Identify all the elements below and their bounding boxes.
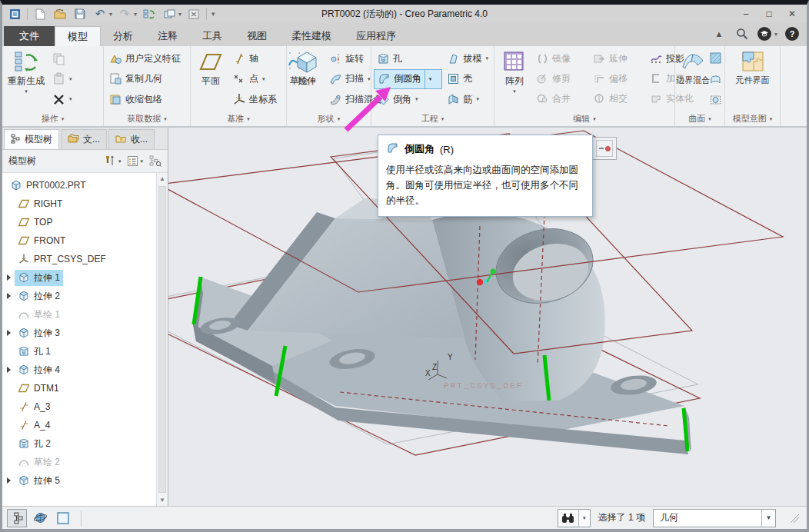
- pattern-dropdown-icon[interactable]: ▾: [513, 88, 516, 95]
- tree-item[interactable]: 孔 1: [2, 342, 156, 361]
- show-all-button[interactable]: [53, 509, 73, 527]
- undo-dropdown-icon[interactable]: ▾: [109, 11, 112, 18]
- resize-grip[interactable]: [790, 514, 799, 523]
- tree-item[interactable]: DTM1: [2, 379, 156, 397]
- tab-7[interactable]: 应用程序: [344, 26, 408, 46]
- search-icon[interactable]: [734, 26, 750, 42]
- round-button[interactable]: 倒圆角 ▾: [374, 69, 442, 89]
- shrinkwrap-button[interactable]: 收缩包络: [106, 89, 188, 109]
- toolbar-overflow-icon[interactable]: ▾: [211, 10, 215, 18]
- udf-button[interactable]: 用户定义特征: [106, 48, 188, 68]
- tree-scrollbar[interactable]: ▲ ▼: [156, 173, 168, 506]
- group-label-edit[interactable]: 编辑▾: [494, 111, 674, 126]
- learning-center-icon[interactable]: [757, 27, 771, 41]
- rib-button[interactable]: 筋▾: [444, 89, 491, 109]
- trim-button[interactable]: 修剪: [534, 69, 591, 89]
- scroll-down-icon[interactable]: ▼: [157, 494, 168, 506]
- open-file-button[interactable]: [52, 7, 68, 21]
- tree-item[interactable]: 拉伸 3: [2, 324, 156, 342]
- extrude-button[interactable]: 拉伸: [289, 48, 325, 110]
- tab-file[interactable]: 文件: [4, 26, 55, 46]
- undo-button[interactable]: ↶: [92, 7, 108, 21]
- delete-button[interactable]: ▾: [49, 89, 89, 109]
- new-file-button[interactable]: [32, 7, 48, 21]
- expand-arrow-icon[interactable]: [2, 293, 15, 299]
- tree-item[interactable]: PRT_CSYS_DEF: [2, 250, 156, 268]
- toggle-model-tree-button[interactable]: [7, 509, 27, 527]
- group-label-model-intent[interactable]: 模型意图▾: [725, 111, 780, 126]
- tab-favorites[interactable]: 收...: [108, 129, 155, 149]
- group-label-operations[interactable]: 操作▾: [2, 111, 103, 126]
- tree-item[interactable]: 拉伸 1: [2, 268, 156, 287]
- tab-2[interactable]: 分析: [101, 26, 145, 46]
- find-button[interactable]: ▾: [558, 509, 591, 527]
- find-dropdown-icon[interactable]: ▾: [578, 510, 590, 527]
- component-interface-button[interactable]: 元件界面: [733, 48, 773, 110]
- help-icon[interactable]: ?: [785, 27, 799, 41]
- close-button[interactable]: ✕: [782, 7, 802, 21]
- graphics-area[interactable]: Y Z X PRT_CSYS_DEF 倒圆角 (R): [168, 128, 807, 506]
- app-logo-icon[interactable]: [7, 7, 22, 21]
- mirror-button[interactable]: 镜像: [534, 49, 591, 69]
- group-label-get-data[interactable]: 获取数据▾: [104, 111, 190, 126]
- window-switch-dropdown-icon[interactable]: ▾: [178, 11, 181, 18]
- redo-dropdown-icon[interactable]: ▾: [134, 11, 137, 18]
- maximize-button[interactable]: □: [759, 7, 779, 21]
- round-dropdown-icon[interactable]: ▾: [424, 70, 435, 88]
- tab-1[interactable]: 模型: [55, 26, 101, 46]
- tab-5[interactable]: 视图: [235, 26, 279, 46]
- fill-surface-icon[interactable]: [709, 52, 722, 65]
- freestyle-icon[interactable]: [709, 93, 722, 106]
- tab-3[interactable]: 注释: [145, 26, 190, 46]
- selection-filter-combo[interactable]: 几何 ▼: [653, 509, 776, 527]
- tree-item[interactable]: A_3: [2, 397, 156, 416]
- point-button[interactable]: 点▾: [230, 69, 280, 89]
- tree-item[interactable]: 拉伸 5: [2, 471, 156, 490]
- tree-item[interactable]: 拉伸 2: [2, 287, 156, 305]
- tab-6[interactable]: 柔性建模: [279, 26, 344, 46]
- tree-item[interactable]: 草绘 1: [2, 305, 156, 324]
- tab-model-tree[interactable]: 模型树: [4, 129, 59, 149]
- copy-button[interactable]: [49, 48, 89, 68]
- learning-dropdown-icon[interactable]: ▾: [774, 31, 777, 38]
- tree-filter-button[interactable]: [149, 155, 161, 167]
- draft-button[interactable]: 拔模▾: [444, 48, 491, 68]
- intersect-button[interactable]: 相交: [591, 89, 648, 109]
- scrollbar-thumb[interactable]: [158, 186, 166, 493]
- minimize-button[interactable]: –: [736, 7, 756, 21]
- hole-button[interactable]: 孔: [374, 48, 442, 68]
- graphics-toolbar-fragment[interactable]: [592, 137, 617, 160]
- tree-item[interactable]: PRT0002.PRT: [2, 176, 156, 195]
- regenerate-button[interactable]: 重新生成 ▾: [5, 48, 48, 110]
- shell-button[interactable]: 壳: [444, 69, 491, 89]
- tree-settings-button[interactable]: ▾: [127, 155, 143, 167]
- redo-button[interactable]: ↷: [117, 7, 132, 21]
- style-surface-icon[interactable]: [709, 72, 722, 85]
- group-label-surfaces[interactable]: 曲面▾: [675, 111, 724, 126]
- tree-item[interactable]: 草绘 2: [2, 453, 156, 471]
- plane-button[interactable]: 平面: [193, 48, 228, 110]
- tree-tools-button[interactable]: ▾: [105, 155, 122, 167]
- tab-folder-browser[interactable]: 文...: [61, 129, 107, 149]
- csys-button[interactable]: 坐标系: [230, 89, 280, 109]
- scroll-up-icon[interactable]: ▲: [157, 173, 168, 185]
- window-switch-button[interactable]: [161, 7, 177, 21]
- tree-item[interactable]: 孔 2: [2, 434, 156, 453]
- axis-button[interactable]: 轴: [230, 48, 280, 68]
- extend-button[interactable]: 延伸: [591, 49, 648, 69]
- regenerate-dropdown-icon[interactable]: ▾: [25, 88, 28, 95]
- tree-item[interactable]: A_4: [2, 416, 156, 434]
- expand-arrow-icon[interactable]: [2, 330, 15, 336]
- part-solid[interactable]: [193, 198, 691, 454]
- copy-geometry-button[interactable]: 复制几何: [106, 69, 188, 89]
- merge-button[interactable]: 合并: [534, 89, 591, 109]
- close-window-button[interactable]: [186, 7, 201, 21]
- boundary-blend-button[interactable]: 边界混合: [677, 48, 709, 110]
- expand-arrow-icon[interactable]: [2, 367, 15, 373]
- group-label-shapes[interactable]: 形状▾: [287, 111, 371, 126]
- tree-item[interactable]: TOP: [2, 213, 156, 231]
- group-label-datum[interactable]: 基准▾: [191, 111, 286, 126]
- paste-button[interactable]: ▾: [49, 69, 89, 89]
- tree-item[interactable]: 拉伸 4: [2, 361, 156, 379]
- tab-4[interactable]: 工具: [190, 26, 235, 46]
